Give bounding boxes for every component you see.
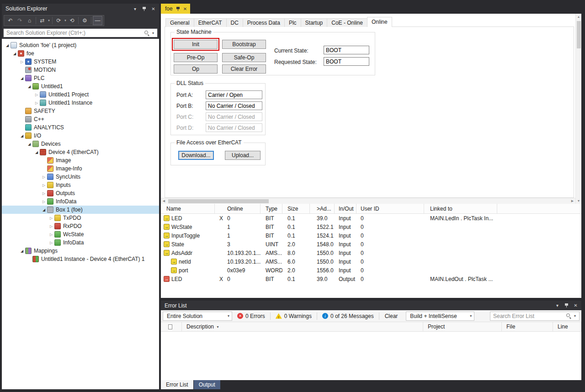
tab-plc[interactable]: Plc <box>284 18 301 27</box>
tree-item-mappings[interactable]: ◢Mappings <box>2 247 159 255</box>
properties-icon[interactable]: ⚙ <box>80 16 90 25</box>
tree-item-image[interactable]: Image <box>2 156 159 164</box>
chevron-down-icon[interactable]: ▾ <box>553 302 561 309</box>
home-icon[interactable]: ⌂ <box>25 16 34 25</box>
tree-item-image-info[interactable]: Image-Info <box>2 164 159 173</box>
search-icon[interactable] <box>566 313 572 319</box>
grid-row-netid-input[interactable]: →netId10.193.20.1...AMS...6.01550.0Input… <box>161 257 581 266</box>
tree-collapsed-arrow-icon[interactable]: ▷ <box>48 241 54 245</box>
chevron-down-icon[interactable]: ▾ <box>131 5 139 12</box>
pin-icon[interactable] <box>563 302 570 309</box>
port-status-field[interactable]: No Carrier / Closed <box>206 112 262 121</box>
port-status-field[interactable]: No Carrier / Closed <box>206 123 262 132</box>
tree-expanded-arrow-icon[interactable]: ◢ <box>19 134 25 138</box>
tree-item-untitled1-instance[interactable]: ▷Untitled1 Instance <box>2 99 159 107</box>
tree-expanded-arrow-icon[interactable]: ◢ <box>27 142 32 146</box>
scroll-up-icon[interactable]: ▲ <box>576 14 581 20</box>
tree-expanded-arrow-icon[interactable]: ◢ <box>5 43 10 48</box>
tree-collapsed-arrow-icon[interactable]: ▷ <box>19 60 25 64</box>
search-icon[interactable] <box>144 30 150 36</box>
scroll-down-icon[interactable]: ▼ <box>576 198 581 204</box>
tree-item-txpdo[interactable]: ▷TxPDO <box>2 214 159 222</box>
tab-process-data[interactable]: Process Data <box>243 18 285 27</box>
tree-expanded-arrow-icon[interactable]: ◢ <box>34 150 39 154</box>
clear-button[interactable]: Clear <box>380 312 403 321</box>
tree-collapsed-arrow-icon[interactable]: ▷ <box>48 233 54 237</box>
build-intellisense-dropdown[interactable]: Build + IntelliSense ▾ <box>406 312 474 321</box>
messages-count-button[interactable]: i 0 of 26 Messages <box>318 312 378 321</box>
tree-expanded-arrow-icon[interactable]: ◢ <box>41 208 47 212</box>
error-list-search-input[interactable] <box>490 313 566 319</box>
switch-views-icon[interactable]: ⇄ <box>37 16 47 25</box>
pin-icon[interactable] <box>176 6 180 11</box>
tree-item-box-1-foe[interactable]: ◢Box 1 (foe) <box>2 206 159 214</box>
tree-collapsed-arrow-icon[interactable]: ▷ <box>41 175 47 179</box>
grid-column-online[interactable]: Online <box>215 204 261 213</box>
chevron-down-icon[interactable]: ▾ <box>47 19 51 22</box>
grid-column-user-id[interactable]: User ID <box>356 204 424 213</box>
preview-selected-icon[interactable]: — <box>93 16 102 25</box>
tree-expanded-arrow-icon[interactable]: ◢ <box>19 249 25 253</box>
warnings-count-button[interactable]: 0 Warnings <box>271 312 316 321</box>
forward-icon[interactable]: ↷ <box>15 16 25 25</box>
tree-item-safety[interactable]: SAFETY <box>2 107 159 115</box>
tree-item-untitled1-project[interactable]: ▷Untitled1 Project <box>2 90 159 99</box>
scroll-left-icon[interactable]: ◀ <box>161 198 167 204</box>
op-button[interactable]: Op <box>174 64 218 74</box>
error-column-line[interactable]: Line <box>553 322 581 331</box>
pre-op-button[interactable]: Pre-Op <box>174 53 218 62</box>
grid-column-in-out[interactable]: In/Out <box>335 204 356 213</box>
tree-item-infodata[interactable]: ▷InfoData <box>2 238 159 247</box>
tab-coe-online[interactable]: CoE - Online <box>327 18 367 27</box>
tree-collapsed-arrow-icon[interactable]: ▷ <box>48 216 54 220</box>
tree-collapsed-arrow-icon[interactable]: ▷ <box>34 93 39 97</box>
clear-error-button[interactable]: Clear Error <box>222 64 266 74</box>
grid-column-size[interactable]: Size <box>282 204 310 213</box>
grid-column-linked-to[interactable]: Linked to <box>424 204 497 213</box>
tree-item-system[interactable]: ▷SYSTEM <box>2 58 159 66</box>
chevron-down-icon[interactable]: ▾ <box>572 314 578 318</box>
tree-item-c[interactable]: C++ <box>2 115 159 123</box>
grid-row-adsaddr-input[interactable]: →AdsAddr10.193.20.1...AMS...8.01550.0Inp… <box>161 249 581 257</box>
grid-row-port-input[interactable]: →port0x03e9WORD2.01556.0Input0 <box>161 266 581 275</box>
tab-error-list[interactable]: Error List <box>161 380 193 389</box>
tree-item-motion[interactable]: MOTION <box>2 66 159 74</box>
chevron-down-icon[interactable]: ▾ <box>150 31 156 35</box>
scope-dropdown[interactable]: Entire Solution ▾ <box>163 312 232 321</box>
tree-expanded-arrow-icon[interactable]: ◢ <box>12 52 17 56</box>
chevron-down-icon[interactable]: ▾ <box>64 19 67 22</box>
tab-online[interactable]: Online <box>367 17 392 27</box>
tree-collapsed-arrow-icon[interactable]: ▷ <box>48 224 54 228</box>
grid-column-ad[interactable]: >Ad... <box>310 204 335 213</box>
upload-button[interactable]: Upload... <box>225 151 261 160</box>
grid-row-inputtoggle-input[interactable]: →InputToggle1BIT0.11524.1Input0 <box>161 231 581 240</box>
grid-column-type[interactable]: Type <box>261 204 282 213</box>
tree-item-inputs[interactable]: ▷Inputs <box>2 181 159 189</box>
pin-icon[interactable] <box>140 5 148 12</box>
tab-dc[interactable]: DC <box>226 18 243 27</box>
refresh-icon[interactable]: ⟲ <box>67 16 77 25</box>
tab-ethercat[interactable]: EtherCAT <box>194 18 227 27</box>
requested-state-field[interactable] <box>324 57 369 66</box>
tree-item-infodata[interactable]: ▷InfoData <box>2 197 159 206</box>
tree-expanded-arrow-icon[interactable]: ◢ <box>19 76 25 80</box>
error-column-description[interactable]: Description▼ <box>182 322 423 331</box>
tree-item-rxpdo[interactable]: ▷RxPDO <box>2 222 159 230</box>
tree-collapsed-arrow-icon[interactable]: ▷ <box>41 200 47 204</box>
grid-row-wcstate-input[interactable]: →WcState1BIT0.11522.1Input0 <box>161 222 581 231</box>
tab-output[interactable]: Output <box>194 380 220 389</box>
solution-search-input[interactable] <box>4 30 144 36</box>
tree-item-syncunits[interactable]: ▷SyncUnits <box>2 173 159 181</box>
close-icon[interactable]: ✕ <box>149 5 157 12</box>
download-button[interactable]: Download... <box>178 151 214 160</box>
grid-row-led-output[interactable]: →LEDX0BIT0.139.0Output0MAIN.LedOut . Plc… <box>161 275 581 283</box>
grid-column-name[interactable]: Name <box>161 204 215 213</box>
port-status-field[interactable]: No Carrier / Closed <box>206 101 262 110</box>
tree-item-devices[interactable]: ◢Devices <box>2 140 159 148</box>
tree-item-foe[interactable]: ◢foe <box>2 49 159 58</box>
document-tab-foe[interactable]: foe ✕ <box>161 4 190 14</box>
tab-startup[interactable]: Startup <box>301 18 328 27</box>
current-state-field[interactable] <box>324 46 369 54</box>
tree-item-untitled1-instance-device-4-ethercat-1[interactable]: Untitled1 Instance - Device 4 (EtherCAT)… <box>2 255 159 263</box>
error-column-file[interactable]: File <box>502 322 553 331</box>
